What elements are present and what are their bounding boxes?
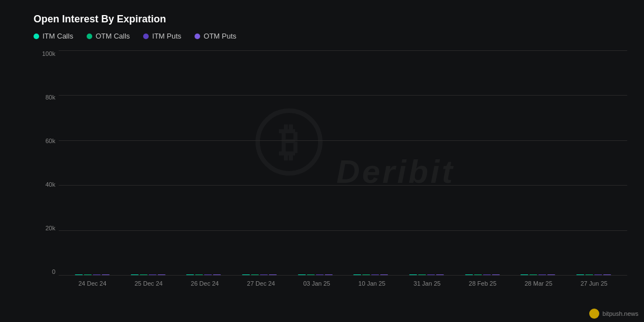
y-label: 40k [45, 181, 59, 188]
x-label: 31 Jan 25 [414, 280, 441, 287]
x-label: 27 Jun 25 [580, 280, 607, 287]
legend-label-itm-calls: ITM Calls [42, 32, 73, 40]
legend-item-itm-calls: ITM Calls [34, 32, 73, 40]
y-label: 60k [45, 138, 59, 144]
x-axis-labels: 24 Dec 2425 Dec 2426 Dec 2427 Dec 2403 J… [59, 275, 627, 292]
grid-and-bars [59, 50, 627, 275]
legend-dot-otm-puts [195, 34, 200, 39]
source-label: bitpush.news [603, 310, 638, 317]
chart-area: ₿ Deribit 020k40k60k80k100k 24 Dec 2425 … [34, 50, 627, 292]
x-label: 28 Feb 25 [469, 280, 497, 287]
x-label: 28 Mar 25 [524, 280, 552, 287]
legend-item-itm-puts: ITM Puts [143, 32, 181, 40]
legend-label-itm-puts: ITM Puts [152, 32, 181, 40]
x-label: 03 Jan 25 [303, 280, 330, 287]
legend-label-otm-calls: OTM Calls [96, 32, 130, 40]
y-axis: 020k40k60k80k100k [34, 50, 59, 275]
y-label: 80k [45, 94, 59, 101]
x-label: 10 Jan 25 [358, 280, 385, 287]
chart-container: Open Interest By Expiration ITM CallsOTM… [0, 0, 644, 322]
legend-item-otm-calls: OTM Calls [87, 32, 130, 40]
legend-label-otm-puts: OTM Puts [203, 32, 236, 40]
legend-dot-itm-calls [34, 34, 39, 39]
x-label: 25 Dec 24 [135, 280, 163, 287]
x-label: 26 Dec 24 [191, 280, 219, 287]
source-badge: bitpush.news [589, 309, 638, 319]
legend-dot-otm-calls [87, 34, 92, 39]
y-label: 0 [52, 268, 59, 275]
y-label: 20k [45, 225, 59, 231]
legend-dot-itm-puts [143, 34, 149, 39]
x-label: 27 Dec 24 [247, 280, 275, 287]
chart-title: Open Interest By Expiration [34, 13, 627, 25]
x-label: 24 Dec 24 [78, 280, 106, 287]
bars-row [59, 50, 627, 275]
chart-legend: ITM CallsOTM CallsITM PutsOTM Puts [34, 32, 627, 40]
y-label: 100k [42, 50, 59, 57]
legend-item-otm-puts: OTM Puts [195, 32, 236, 40]
source-dot-icon [589, 309, 599, 319]
